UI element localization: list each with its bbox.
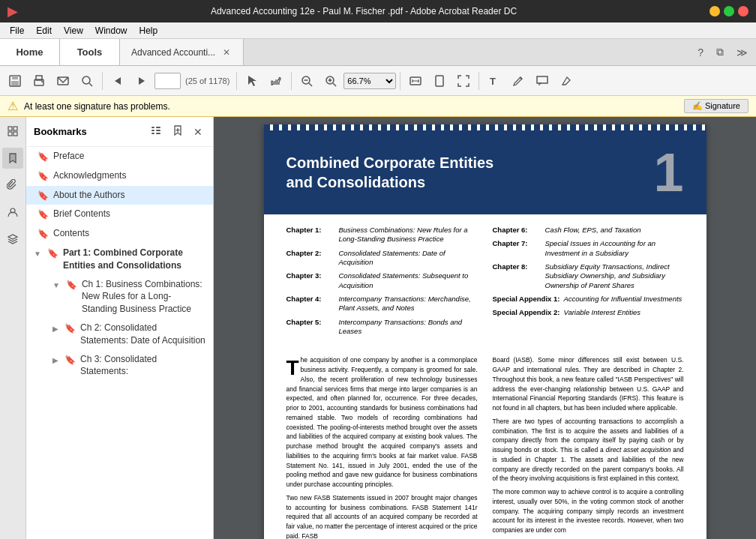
toc-right: Chapter 6: Cash Flow, EPS, and Taxation … bbox=[493, 226, 684, 340]
toc-ch8-title: Subsidiary Equity Transactions, Indirect… bbox=[545, 262, 684, 290]
bookmark-icon: 🔖 bbox=[66, 279, 77, 292]
bookmarks-new-button[interactable] bbox=[169, 123, 187, 140]
bookmark-brief-contents-label: Brief Contents bbox=[53, 208, 206, 220]
pdf-viewer[interactable]: Combined Corporate Entities and Consolid… bbox=[214, 117, 756, 539]
toc-row-ch2: Chapter 2: Consolidated Statements: Date… bbox=[286, 249, 478, 268]
toc-ch3-label: Chapter 3: bbox=[286, 271, 335, 290]
zoom-in-button[interactable] bbox=[320, 71, 342, 91]
toc-row-ch4: Chapter 4: Intercompany Transactions: Me… bbox=[286, 295, 478, 313]
text-select-button[interactable]: T bbox=[483, 71, 506, 91]
svg-marker-11 bbox=[248, 76, 256, 86]
tab-bar: Home Tools Advanced Accounti... ✕ ? ⧉ ≫ bbox=[0, 39, 756, 66]
print-button[interactable] bbox=[28, 71, 50, 91]
prev-page-button[interactable] bbox=[106, 71, 129, 91]
menu-help[interactable]: Help bbox=[134, 24, 164, 37]
bookmarks-title: Bookmarks bbox=[34, 126, 87, 137]
toc-sp1-label: Special Appendix 1: bbox=[493, 295, 560, 304]
svg-text:T: T bbox=[490, 76, 496, 87]
signature-button[interactable]: ✍ Signature bbox=[684, 99, 748, 113]
menu-window[interactable]: Window bbox=[89, 24, 134, 37]
left-sidebar bbox=[0, 117, 26, 539]
signature-bar: ⚠ At least one signature has problems. ✍… bbox=[0, 96, 756, 117]
body-text-right: Board (IASB). Some minor differences sti… bbox=[493, 355, 684, 413]
menu-bar: File Edit View Window Help bbox=[0, 22, 756, 39]
menu-view[interactable]: View bbox=[58, 24, 89, 37]
panel-header-actions: ✕ bbox=[147, 123, 206, 140]
zoom-select[interactable]: 25%33%50%66.7%75%100%125%150%200% bbox=[344, 73, 396, 89]
close-button[interactable] bbox=[738, 6, 748, 16]
zoom-out-button[interactable] bbox=[296, 71, 318, 91]
panel-close-button[interactable]: ✕ bbox=[190, 123, 206, 140]
comment-button[interactable] bbox=[531, 71, 554, 91]
bookmark-about-authors[interactable]: 🔖 About the Authors bbox=[26, 186, 213, 205]
body-text-left2: Two new FASB Statements issued in 2007 b… bbox=[286, 493, 478, 539]
page-number-input[interactable]: 1 bbox=[154, 73, 181, 89]
sidebar-attachments[interactable] bbox=[2, 175, 23, 196]
bookmark-icon: 🔖 bbox=[47, 247, 58, 260]
more-button[interactable]: ≫ bbox=[732, 44, 752, 61]
toc-row-ch3: Chapter 3: Consolidated Statements: Subs… bbox=[286, 271, 478, 290]
chapter-title-text: Combined Corporate Entities and Consolid… bbox=[286, 154, 494, 190]
next-page-button[interactable] bbox=[130, 71, 153, 91]
window-button[interactable]: ⧉ bbox=[712, 43, 728, 61]
toc-row-ch5: Chapter 5: Intercompany Transactions: Bo… bbox=[286, 318, 478, 337]
edit-button[interactable] bbox=[507, 71, 530, 91]
bookmark-ch1[interactable]: ▼ 🔖 Ch 1: Business Combinations: New Rul… bbox=[26, 275, 213, 319]
fit-width-button[interactable] bbox=[404, 71, 427, 91]
toc-ch5-label: Chapter 5: bbox=[286, 318, 335, 337]
toc-ch3-title: Consolidated Statements: Subsequent to A… bbox=[339, 271, 478, 290]
toc-ch8-label: Chapter 8: bbox=[493, 262, 542, 290]
sidebar-page-thumbnails[interactable] bbox=[2, 121, 23, 142]
chapter-title: Combined Corporate Entities and Consolid… bbox=[286, 153, 494, 192]
tab-bar-right: ? ⧉ ≫ bbox=[244, 39, 756, 65]
bookmark-contents[interactable]: 🔖 Contents bbox=[26, 224, 213, 244]
tab-tools[interactable]: Tools bbox=[60, 39, 120, 65]
toc-ch1-title: Business Combinations: New Rules for a L… bbox=[339, 226, 478, 244]
title-bar-controls[interactable] bbox=[710, 6, 748, 16]
sidebar-bookmarks[interactable] bbox=[2, 148, 23, 169]
body-text-right2: There are two types of accounting transa… bbox=[493, 417, 684, 484]
toc-ch7-label: Chapter 7: bbox=[493, 239, 542, 258]
email-button[interactable] bbox=[52, 71, 74, 91]
bookmark-icon: 🔖 bbox=[38, 151, 49, 163]
svg-rect-23 bbox=[436, 76, 443, 86]
toc-row-ch8: Chapter 8: Subsidiary Equity Transaction… bbox=[493, 262, 684, 290]
svg-marker-9 bbox=[115, 77, 121, 85]
hand-tool[interactable] bbox=[265, 71, 287, 91]
save-button[interactable] bbox=[4, 71, 26, 91]
page-total: (25 of 1178) bbox=[182, 76, 232, 85]
bookmarks-scroll[interactable]: 🔖 Preface 🔖 Acknowledgments 🔖 About the … bbox=[26, 147, 213, 539]
search-button[interactable] bbox=[76, 71, 98, 91]
menu-file[interactable]: File bbox=[4, 24, 30, 37]
bookmark-part1[interactable]: ▼ 🔖 Part 1: Combined Corporate Entities … bbox=[26, 244, 213, 275]
bookmark-contents-label: Contents bbox=[53, 227, 206, 240]
tab-close-button[interactable]: ✕ bbox=[221, 46, 232, 59]
menu-edit[interactable]: Edit bbox=[30, 24, 58, 37]
toc-ch6-title: Cash Flow, EPS, and Taxation bbox=[545, 226, 684, 235]
bookmarks-panel-inner: 🔖 Preface 🔖 Acknowledgments 🔖 About the … bbox=[26, 147, 213, 539]
pen-button[interactable] bbox=[555, 71, 578, 91]
help-button[interactable]: ? bbox=[693, 44, 708, 61]
bookmark-preface[interactable]: 🔖 Preface bbox=[26, 147, 213, 166]
maximize-button[interactable] bbox=[724, 6, 734, 16]
bookmark-acknowledgments[interactable]: 🔖 Acknowledgments bbox=[26, 166, 213, 186]
bookmarks-menu-button[interactable] bbox=[147, 123, 165, 140]
bookmark-ch3[interactable]: ▶ 🔖 Ch 3: Consolidated Statements: bbox=[26, 350, 213, 382]
bookmark-ch2[interactable]: ▶ 🔖 Ch 2: Consolidated Statements: Date … bbox=[26, 319, 213, 350]
minimize-button[interactable] bbox=[710, 6, 720, 16]
sidebar-signatures[interactable] bbox=[2, 202, 23, 223]
tab-document[interactable]: Advanced Accounti... ✕ bbox=[120, 39, 244, 65]
signature-message: At least one signature has problems. bbox=[24, 101, 170, 112]
sidebar-layers[interactable] bbox=[2, 229, 23, 250]
svg-line-18 bbox=[333, 83, 336, 86]
pdf-page: Combined Corporate Entities and Consolid… bbox=[264, 124, 706, 539]
toc-ch5-title: Intercompany Transactions: Bonds and Lea… bbox=[339, 318, 478, 337]
cursor-tool[interactable] bbox=[241, 71, 263, 91]
bookmark-brief-contents[interactable]: 🔖 Brief Contents bbox=[26, 205, 213, 224]
bookmark-icon: 🔖 bbox=[38, 170, 49, 183]
collapse-icon: ▶ bbox=[52, 324, 58, 334]
tab-home[interactable]: Home bbox=[0, 39, 60, 65]
svg-rect-31 bbox=[152, 127, 154, 128]
fit-full-button[interactable] bbox=[452, 71, 475, 91]
fit-page-button[interactable] bbox=[428, 71, 451, 91]
